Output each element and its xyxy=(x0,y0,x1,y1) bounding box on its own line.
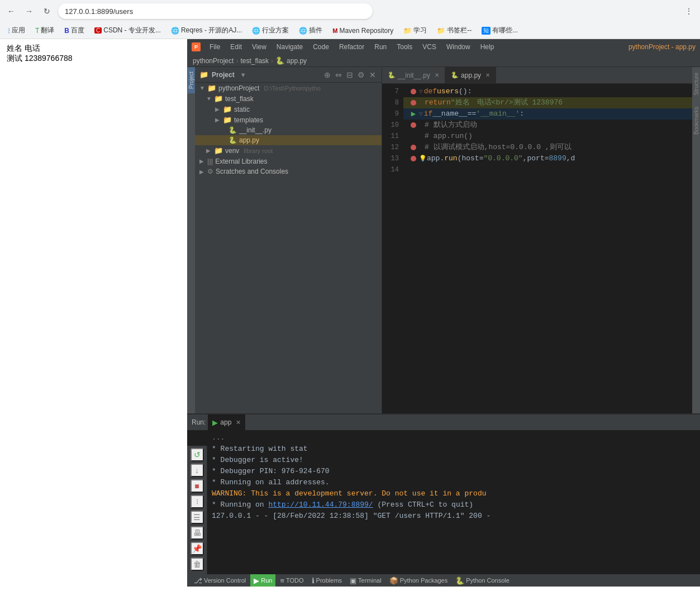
bookmark-translate[interactable]: T 翻译 xyxy=(32,25,58,36)
breakpoint-14 xyxy=(411,156,416,161)
pin-button[interactable]: 📌 xyxy=(191,542,204,555)
run-panel: Run: ▶ app ✕ ↺ ↓ ■ ⁝ ☰ 🖶 📌 🗑 ... xyxy=(187,413,700,587)
status-terminal-label: Terminal xyxy=(358,577,382,584)
scroll-button[interactable]: ⁝ xyxy=(191,495,204,508)
more-icon[interactable]: ⊟ xyxy=(345,70,354,79)
bookmark-plugin[interactable]: 🌐 插件 xyxy=(296,25,326,36)
menu-code[interactable]: Code xyxy=(308,42,334,52)
breadcrumb-flask[interactable]: test_flask xyxy=(240,57,269,65)
menu-window[interactable]: Window xyxy=(442,42,475,52)
settings-icon[interactable]: ⚙ xyxy=(356,70,366,79)
bookmark-reqres[interactable]: 🌐 Reqres - 开源的AJ... xyxy=(168,25,245,36)
status-problems[interactable]: ℹ Problems xyxy=(308,574,345,587)
bookmark-baidu[interactable]: B 百度 xyxy=(61,25,88,36)
list-button[interactable]: ☰ xyxy=(191,511,204,524)
browser-toolbar: ← → ↻ ⋮ xyxy=(0,0,700,22)
run-link[interactable]: http://10.11.44.79:8899/ xyxy=(268,501,373,509)
menu-tools[interactable]: Tools xyxy=(392,42,417,52)
tree-item-testflask[interactable]: ▼ 📁 test_flask xyxy=(195,93,382,104)
param-d: ,d xyxy=(566,153,575,164)
stop-button[interactable]: ■ xyxy=(191,479,204,493)
tree-item-static[interactable]: ▶ 📁 static xyxy=(195,104,382,115)
tree-label-libroot: library root xyxy=(244,147,273,154)
locate-icon[interactable]: ⊕ xyxy=(323,70,332,79)
down-button[interactable]: ↓ xyxy=(191,464,204,477)
reload-button[interactable]: ↻ xyxy=(40,4,54,18)
status-todo[interactable]: ≡ TODO xyxy=(277,574,307,587)
editor-tabs: 🐍 __init__.py ✕ 🐍 app.py ✕ xyxy=(382,67,692,84)
structure-tab[interactable]: Structure xyxy=(693,67,700,101)
status-run[interactable]: ▶ Run xyxy=(250,574,275,587)
csdn-icon: C xyxy=(94,27,102,34)
tree-item-extlibs[interactable]: ▶ ||| External Libraries xyxy=(195,156,382,166)
bookmark-zhihu[interactable]: 知 有哪些... xyxy=(478,25,521,36)
tree-item-venv[interactable]: ▶ 📁 venv library root xyxy=(195,145,382,156)
tree-item-scratches[interactable]: ▶ ⚙ Scratches and Consoles xyxy=(195,166,382,177)
back-button[interactable]: ← xyxy=(4,4,18,18)
menu-vcs[interactable]: VCS xyxy=(418,42,441,52)
ide-bottom-statusbar: ⎇ Version Control ▶ Run ≡ TODO ℹ Problem… xyxy=(187,574,700,587)
folder-icon: 📁 xyxy=(199,70,208,79)
menu-navigate[interactable]: Navigate xyxy=(272,42,307,52)
menu-help[interactable]: Help xyxy=(476,42,499,52)
console-icon: 🐍 xyxy=(455,576,464,585)
tree-path-pythonproject: D:\Test\Python\pytho xyxy=(264,85,321,92)
menu-refactor[interactable]: Refactor xyxy=(335,42,369,52)
tree-label-pythonproject: pythonProject xyxy=(218,84,259,92)
status-console[interactable]: 🐍 Python Console xyxy=(452,574,513,587)
breakpoint-7 xyxy=(411,89,416,94)
bookmarks-tab[interactable]: Bookmarks xyxy=(693,101,700,140)
breadcrumb-sep-1: › xyxy=(236,57,238,65)
menu-view[interactable]: View xyxy=(247,42,271,52)
print-button[interactable]: 🖶 xyxy=(191,526,204,540)
panel-title-dropdown[interactable]: ▼ xyxy=(240,72,246,78)
status-terminal[interactable]: ▣ Terminal xyxy=(346,574,385,587)
menu-run[interactable]: Run xyxy=(370,42,391,52)
tree-item-templates[interactable]: ▶ 📁 templates xyxy=(195,115,382,125)
bookmark-bookmarks[interactable]: 📁 书签栏-- xyxy=(434,25,475,36)
run-icon-status: ▶ xyxy=(254,576,259,585)
tree-label-scratches: Scratches and Consoles xyxy=(216,168,288,175)
collapse-icon[interactable]: ⇔ xyxy=(334,70,343,79)
run-tab-app[interactable]: ▶ app ✕ xyxy=(208,414,245,430)
close-panel-icon[interactable]: ✕ xyxy=(368,70,377,79)
tab-init-close[interactable]: ✕ xyxy=(435,72,439,78)
status-packages[interactable]: 📦 Python Packages xyxy=(386,574,451,587)
menu-edit[interactable]: Edit xyxy=(226,42,246,52)
vtab-project[interactable]: Project xyxy=(188,67,195,93)
tab-init[interactable]: 🐍 __init__.py ✕ xyxy=(382,67,445,84)
bookmark-industry[interactable]: 🌐 行业方案 xyxy=(249,25,292,36)
kw-return: return xyxy=(425,97,451,108)
tree-label-static: static xyxy=(234,106,250,113)
tree-item-init[interactable]: 🐍 __init__.py xyxy=(195,125,382,135)
bookmark-maven[interactable]: M Maven Repository xyxy=(329,26,397,36)
code-line-13: # 以调试模式启动,host=0.0.0.0 ,则可以 xyxy=(403,142,692,153)
tree-label-apppy: app.py xyxy=(239,136,259,144)
trash-button[interactable]: 🗑 xyxy=(191,557,204,571)
tree-item-apppy[interactable]: 🐍 app.py xyxy=(195,135,382,145)
folder-icon-1: 📁 xyxy=(403,27,412,35)
forward-button[interactable]: → xyxy=(22,4,36,18)
tab-apppy-close[interactable]: ✕ xyxy=(485,72,490,78)
folder-templates: 📁 xyxy=(223,116,232,124)
breadcrumb-project[interactable]: pythonProject xyxy=(193,57,234,65)
line-num-14: 14 xyxy=(382,164,403,175)
str-host: "0.0.0.0" xyxy=(483,153,522,164)
rerun-button[interactable]: ↺ xyxy=(191,448,204,461)
line-num-10: 10 xyxy=(382,120,403,131)
bookmark-csdn[interactable]: C CSDN - 专业开发... xyxy=(91,25,164,36)
tab-apppy[interactable]: 🐍 app.py ✕ xyxy=(445,67,496,84)
vcs-icon: ⎇ xyxy=(194,576,202,585)
menu-button[interactable]: ⋮ xyxy=(682,4,696,18)
run-tab-close[interactable]: ✕ xyxy=(236,419,241,426)
comment-13: # 以调试模式启动,host=0.0.0.0 ,则可以 xyxy=(425,142,572,153)
menu-file[interactable]: File xyxy=(205,42,225,52)
tree-item-pythonproject[interactable]: ▼ 📁 pythonProject D:\Test\Python\pytho xyxy=(195,83,382,93)
gutter-11 xyxy=(408,122,419,128)
status-vcs[interactable]: ⎇ Version Control xyxy=(191,574,249,587)
str-main: '__main__' xyxy=(476,108,520,120)
bookmark-study[interactable]: 📁 学习 xyxy=(400,25,430,36)
address-bar[interactable] xyxy=(58,3,373,19)
breadcrumb-file[interactable]: app.py xyxy=(287,57,307,65)
bookmark-apps[interactable]: ⁝ 应用 xyxy=(4,25,28,36)
